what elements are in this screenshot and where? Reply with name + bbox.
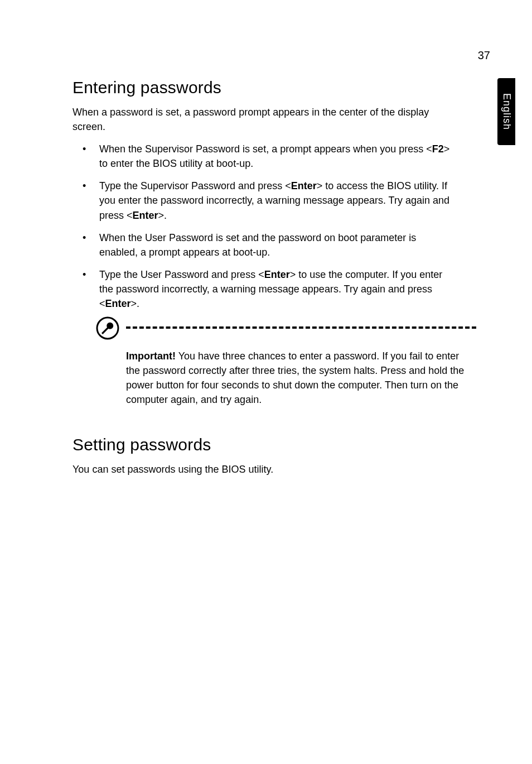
key-name: Enter bbox=[133, 210, 158, 221]
callout-body: You have three chances to enter a passwo… bbox=[126, 350, 464, 405]
bullet-text: >. bbox=[131, 298, 140, 309]
dashed-divider bbox=[126, 326, 476, 329]
bullet-text: Type the Supervisor Password and press < bbox=[99, 180, 291, 191]
callout-label: Important! bbox=[126, 350, 176, 362]
svg-rect-2 bbox=[101, 327, 109, 335]
bullet-text: Type the User Password and press < bbox=[99, 269, 264, 280]
callout-row bbox=[96, 319, 493, 342]
key-name: Enter bbox=[264, 269, 290, 280]
language-tab: English bbox=[497, 78, 515, 145]
key-name: Enter bbox=[105, 298, 131, 309]
callout-important: Important! You have three chances to ent… bbox=[126, 349, 466, 407]
bullet-text: When the User Password is set and the pa… bbox=[99, 232, 416, 258]
heading-entering-passwords: Entering passwords bbox=[72, 78, 493, 97]
intro-entering: When a password is set, a password promp… bbox=[72, 105, 441, 134]
list-item: When the Supervisor Password is set, a p… bbox=[72, 142, 457, 171]
pin-icon bbox=[96, 316, 119, 340]
bullet-text: >. bbox=[158, 210, 167, 221]
list-item: When the User Password is set and the pa… bbox=[72, 230, 457, 260]
bullet-text: When the Supervisor Password is set, a p… bbox=[99, 143, 432, 155]
language-tab-label: English bbox=[501, 93, 512, 130]
intro-setting: You can set passwords using the BIOS uti… bbox=[72, 462, 441, 477]
heading-setting-passwords: Setting passwords bbox=[72, 435, 493, 454]
list-item: Type the Supervisor Password and press <… bbox=[72, 179, 457, 222]
page-number: 37 bbox=[478, 49, 490, 62]
list-item: Type the User Password and press <Enter>… bbox=[72, 267, 457, 311]
document-page: 37 English Entering passwords When a pas… bbox=[0, 0, 532, 535]
key-name: Enter bbox=[291, 180, 317, 191]
bullet-list-entering: When the Supervisor Password is set, a p… bbox=[72, 142, 493, 311]
key-name: F2 bbox=[432, 143, 444, 155]
